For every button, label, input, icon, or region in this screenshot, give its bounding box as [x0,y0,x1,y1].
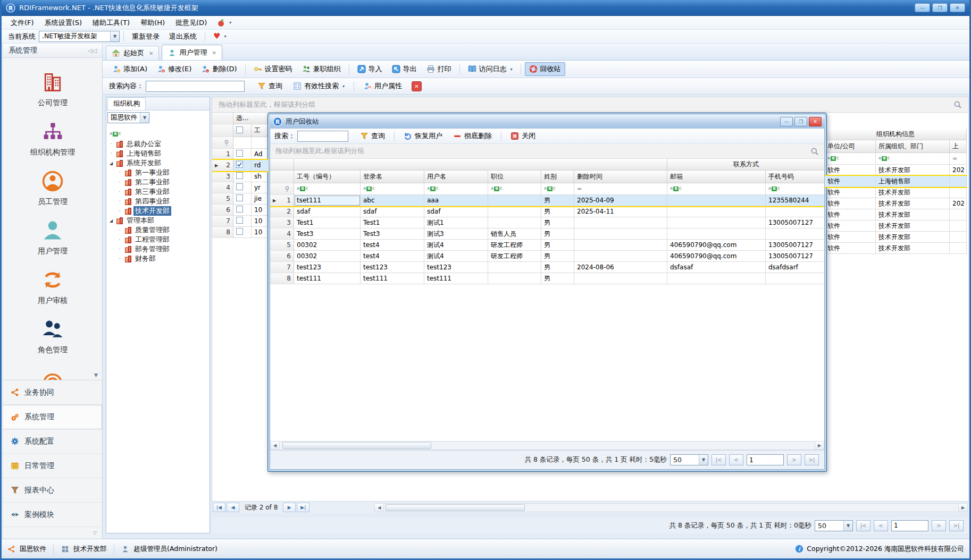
horizontal-scrollbar[interactable]: ◀ ▶ [374,503,968,512]
data-cell[interactable]: 技术开发部 [876,165,950,176]
tree-node-财务部[interactable]: ·财务部 [108,254,210,264]
table-row[interactable]: 4Test3Test3测试3销售人员男 [270,228,824,240]
table-row[interactable]: 软件上海销售部 [825,176,967,187]
menu-item[interactable]: 系统设置(S) [40,16,87,29]
dialog-page-input[interactable] [747,454,784,465]
data-cell[interactable]: test123 [361,262,424,273]
data-cell[interactable]: 软件 [825,187,876,198]
data-cell[interactable]: 软件 [825,232,876,243]
data-cell[interactable]: sh [252,171,269,182]
table-row[interactable]: 软件技术开发部 [825,232,967,243]
sidebar-module-公司管理[interactable]: 公司管理 [3,64,102,114]
tree-node-总裁办公室[interactable]: ·总裁办公室 [108,139,210,149]
main-page-size-select[interactable]: 50▼ [815,520,853,531]
dialog-maximize-button[interactable]: ❐ [794,117,807,126]
data-cell[interactable] [574,240,667,251]
sidebar-module-角色管理[interactable]: 角色管理 [3,311,102,361]
chevron-down-icon[interactable]: ▼ [699,455,708,465]
data-cell[interactable]: 销售人员 [488,228,541,240]
table-row[interactable]: ▶1tset111abcaaa男2025-04-091235580244 [270,195,824,206]
checkbox-cell[interactable] [233,149,252,160]
data-cell[interactable]: 男 [541,273,574,284]
data-cell[interactable]: 软件 [825,243,876,254]
data-cell[interactable]: aaa [424,195,488,206]
data-cell[interactable]: 10 [252,227,269,238]
filter-cell[interactable]: ABC [361,183,424,195]
data-cell[interactable]: 男 [541,240,574,251]
data-cell[interactable] [950,243,967,254]
data-cell[interactable] [667,228,766,240]
scroll-right-icon[interactable]: ▶ [958,504,967,512]
checkbox-cell[interactable] [233,182,252,193]
data-cell[interactable]: 00302 [294,240,361,251]
company-select[interactable]: 国思软件 ▼ [107,112,149,123]
data-cell[interactable] [488,217,541,228]
main-prev-page-button[interactable]: < [874,520,888,531]
next-record-button[interactable]: ▶ [283,503,296,512]
checkbox-cell[interactable] [233,227,252,238]
data-cell[interactable] [950,209,967,220]
dialog-close-toolbar-button[interactable]: 关闭 [506,129,540,143]
sidebar-module-用户审核[interactable]: 用户审核 [3,262,102,311]
data-cell[interactable]: sdaf [361,206,424,217]
toolbar-button-兼职组织[interactable]: 兼职组织 [298,62,345,76]
row-checkbox[interactable] [236,172,243,181]
column-header-邮箱[interactable]: 邮箱 [667,171,766,183]
main-last-page-button[interactable]: >| [949,520,964,531]
toolbar-button-打印[interactable]: 打印 [422,62,456,76]
column-header-单位/公司[interactable]: 单位/公司 [825,140,876,153]
data-cell[interactable]: 技术开发部 [876,198,950,209]
first-record-button[interactable]: |◀ [213,503,225,512]
column-header[interactable]: 工 [252,124,269,137]
prev-record-button[interactable]: ◀ [227,503,239,512]
data-cell[interactable]: 406590790@qq.com [667,240,766,251]
dialog-prev-page-button[interactable]: < [729,454,743,465]
data-cell[interactable]: test111 [361,273,424,284]
menu-item[interactable]: 提意见(D) [171,16,212,29]
data-cell[interactable]: 406590790@qq.com [667,251,766,262]
data-cell[interactable] [667,206,766,217]
data-cell[interactable]: test4 [361,240,424,251]
data-cell[interactable]: sdaf [424,206,488,217]
filter-cell[interactable]: ABC [488,183,541,195]
scrollbar-thumb[interactable] [282,442,431,449]
data-cell[interactable]: 软件 [825,220,876,232]
dialog-search-input[interactable] [297,131,348,142]
data-cell[interactable]: 男 [541,251,574,262]
column-header-所属组织、部门[interactable]: 所属组织、部门 [876,140,950,153]
table-row[interactable]: 8test111test111test111男 [270,273,824,284]
sidebar-group-日常管理[interactable]: 日常管理 [3,454,102,478]
row-checkbox[interactable] [236,228,243,236]
data-cell[interactable] [766,228,825,240]
toolbar-button-修改(E)[interactable]: ✓修改(E) [153,62,196,76]
filter-cell[interactable]: ABC [766,183,825,195]
table-row[interactable]: 2sdafsdafsdaf男2025-04-11 [270,206,824,217]
data-cell[interactable]: 男 [541,195,574,206]
toolbar-button-添加(A)[interactable]: +添加(A) [108,62,152,76]
purge-button[interactable]: 彻底删除 [449,129,496,143]
column-header-select[interactable] [233,124,252,137]
table-row[interactable]: 软件技术开发部 [825,243,967,254]
dialog-close-button[interactable]: ✕ [809,117,822,126]
menu-item[interactable]: 帮助(H) [136,16,170,29]
data-cell[interactable]: tset111 [294,195,361,206]
sidebar-group-业务协同[interactable]: 业务协同 [3,380,102,405]
filter-cell[interactable]: ABC [424,183,488,195]
toolbar-button-访问日志[interactable]: 访问日志▾ [464,62,517,76]
data-cell[interactable] [950,176,967,187]
data-cell[interactable] [766,273,825,284]
tree-node-工程管理部[interactable]: ·工程管理部 [108,235,210,244]
tree-node-部务管理部[interactable]: ·部务管理部 [108,244,210,254]
column-header-上[interactable]: 上 [950,140,967,153]
scroll-left-icon[interactable]: ◀ [375,504,384,512]
data-cell[interactable]: sdaf [294,206,361,217]
sidebar-module-员工管理[interactable]: 员工管理 [3,163,102,213]
data-cell[interactable] [574,228,667,240]
data-cell[interactable]: 男 [541,228,574,240]
close-button[interactable]: ✕ [950,3,965,12]
row-checkbox[interactable] [236,150,243,158]
last-record-button[interactable]: ▶| [297,503,309,512]
filter-cell[interactable]: ABC [825,153,876,165]
data-cell[interactable]: 13005007127 [766,240,825,251]
filter-cell[interactable]: ABC [294,183,361,195]
